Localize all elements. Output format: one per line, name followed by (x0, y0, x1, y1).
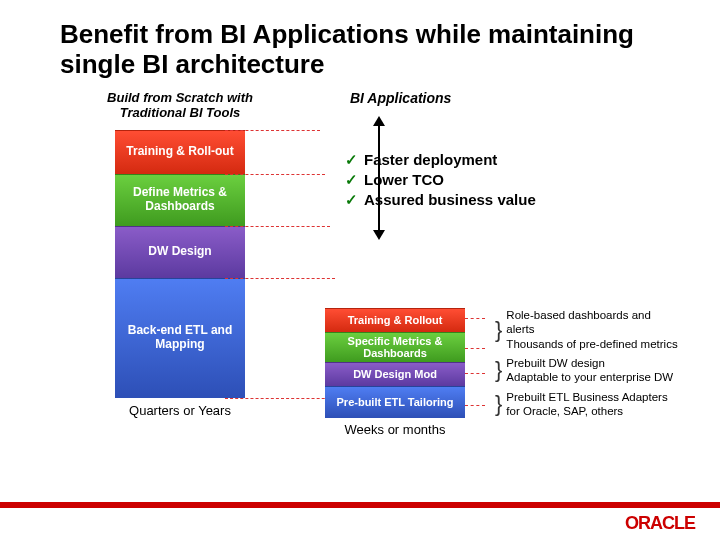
check-icon: ✓ (345, 171, 358, 188)
desc-item: Thousands of pre-defined metrics (506, 337, 680, 351)
dashed-line (225, 174, 325, 175)
dashed-line (465, 405, 485, 406)
block-sm-training: Training & Rollout (325, 308, 465, 332)
dashed-line (465, 348, 485, 349)
dashed-line (465, 318, 485, 319)
benefit-item: ✓Faster deployment (345, 150, 536, 170)
page-title: Benefit from BI Applications while maint… (60, 20, 680, 80)
benefits-list: ✓Faster deployment ✓Lower TCO ✓Assured b… (345, 150, 536, 211)
footer: ORACLE (0, 500, 720, 540)
check-icon: ✓ (345, 191, 358, 208)
right-timeline: Weeks or months (320, 422, 470, 437)
left-stack: Training & Roll-out Define Metrics & Das… (115, 130, 245, 398)
column-right: BI Applications ✓Faster deployment ✓Lowe… (320, 90, 680, 106)
diagram: Build from Scratch with Traditional BI T… (60, 90, 690, 480)
desc-item: Prebuilt ETL Business Adapters for Oracl… (506, 390, 680, 419)
right-stack: Training & Rollout Specific Metrics & Da… (325, 308, 465, 418)
dashed-line (225, 130, 320, 131)
block-training: Training & Roll-out (115, 130, 245, 174)
right-header: BI Applications (350, 90, 680, 106)
check-icon: ✓ (345, 151, 358, 168)
brace-icon: } (495, 361, 502, 379)
dashed-line (225, 226, 330, 227)
benefit-item: ✓Lower TCO (345, 170, 536, 190)
block-etl: Back-end ETL and Mapping (115, 278, 245, 398)
block-metrics: Define Metrics & Dashboards (115, 174, 245, 226)
footer-bar (0, 502, 720, 508)
block-sm-dw: DW Design Mod (325, 362, 465, 386)
dashed-line (225, 278, 335, 279)
desc-item: Role-based dashboards and alerts (506, 308, 680, 337)
brace-icon: } (495, 321, 502, 339)
benefit-item: ✓Assured business value (345, 190, 536, 210)
desc-item: Prebuilt DW design (506, 356, 673, 370)
column-left: Build from Scratch with Traditional BI T… (80, 90, 280, 127)
left-timeline: Quarters or Years (115, 403, 245, 418)
block-dw: DW Design (115, 226, 245, 278)
dashed-line (465, 373, 485, 374)
dashed-line (225, 398, 340, 399)
oracle-logo: ORACLE (625, 513, 695, 534)
brace-icon: } (495, 395, 502, 413)
block-sm-etl: Pre-built ETL Tailoring (325, 386, 465, 418)
block-sm-metrics: Specific Metrics & Dashboards (325, 332, 465, 362)
left-header: Build from Scratch with Traditional BI T… (80, 90, 280, 121)
descriptions: } Role-based dashboards and alerts Thous… (495, 308, 680, 424)
desc-item: Adaptable to your enterprise DW (506, 370, 673, 384)
